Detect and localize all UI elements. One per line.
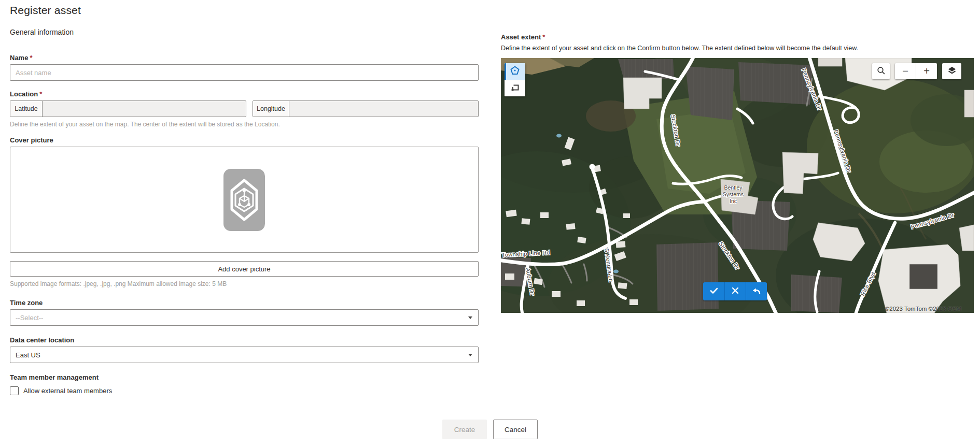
create-button[interactable]: Create: [442, 420, 487, 439]
allow-external-checkbox[interactable]: [10, 386, 19, 395]
longitude-input[interactable]: [289, 101, 478, 117]
asset-name-input[interactable]: [10, 64, 479, 81]
name-label: Name*: [10, 54, 479, 62]
map-zoom-control: − +: [895, 63, 937, 79]
section-title: General information: [10, 28, 479, 36]
page-title: Register asset: [10, 4, 81, 17]
time-zone-select[interactable]: --Select--: [10, 309, 479, 326]
register-asset-page: Register asset General information Name*…: [0, 0, 980, 447]
layers-icon: [947, 65, 957, 78]
draw-polygon-button[interactable]: [505, 63, 525, 80]
asset-extent-section: Asset extent* Define the extent of your …: [501, 33, 974, 313]
search-icon: [876, 66, 886, 77]
rectangle-draw-icon: [510, 82, 520, 95]
cover-placeholder-icon: [223, 169, 265, 231]
allow-external-label: Allow external team members: [23, 387, 112, 395]
location-label: Location*: [10, 90, 479, 98]
data-center-label: Data center location: [10, 336, 479, 344]
cancel-extent-button[interactable]: [724, 282, 746, 300]
zoom-in-icon: +: [923, 65, 930, 77]
cover-picture-dropzone[interactable]: [10, 147, 479, 253]
map-layers-button[interactable]: [942, 63, 961, 79]
location-helper-text: Define the extent of your asset on the m…: [10, 121, 479, 128]
draw-toolbar: [505, 63, 525, 96]
satellite-map: Stockton Dr Stockton Dr Pennsylvania Dr …: [501, 58, 974, 313]
required-marker: *: [542, 33, 545, 41]
confirm-extent-button[interactable]: [703, 282, 724, 300]
check-icon: [709, 285, 719, 298]
x-icon: [730, 285, 740, 298]
team-management-label: Team member management: [10, 373, 479, 381]
location-row: Latitude Longitude: [10, 100, 479, 117]
cover-picture-label: Cover picture: [10, 136, 479, 144]
data-center-select[interactable]: East US: [10, 347, 479, 363]
zoom-out-button[interactable]: −: [895, 63, 916, 79]
longitude-group: Longitude: [253, 100, 479, 117]
poi-label: Bentley: [724, 184, 743, 191]
zoom-in-button[interactable]: +: [916, 63, 937, 79]
cancel-button[interactable]: Cancel: [493, 420, 538, 439]
asset-extent-label: Asset extent*: [501, 33, 974, 41]
allow-external-row: Allow external team members: [10, 386, 479, 395]
polygon-draw-icon: [510, 65, 520, 78]
undo-icon: [751, 285, 762, 298]
required-marker: *: [39, 90, 42, 98]
zoom-out-icon: −: [902, 65, 908, 77]
asset-extent-map[interactable]: Stockton Dr Stockton Dr Pennsylvania Dr …: [501, 58, 974, 313]
latitude-group: Latitude: [10, 100, 246, 117]
map-search-button[interactable]: [872, 63, 890, 79]
poi-label: Inc: [730, 198, 737, 204]
undo-extent-button[interactable]: [746, 282, 767, 300]
latitude-prefix-label: Latitude: [10, 101, 43, 117]
chevron-down-icon: [468, 354, 472, 356]
time-zone-placeholder: --Select--: [16, 314, 43, 322]
map-attribution: ©2023 TomTom ©2023 OSM: [885, 306, 961, 312]
form-actions: Create Cancel: [0, 420, 980, 439]
general-information-section: General information Name* Location* Lati…: [10, 28, 479, 395]
time-zone-label: Time zone: [10, 299, 479, 307]
latitude-input[interactable]: [43, 101, 246, 117]
poi-label: Systems: [723, 191, 744, 197]
chevron-down-icon: [468, 316, 472, 319]
data-center-value: East US: [16, 351, 40, 359]
asset-extent-description: Define the extent of your asset and clic…: [501, 45, 974, 52]
longitude-prefix-label: Longitude: [253, 101, 289, 117]
add-cover-picture-button[interactable]: Add cover picture: [10, 261, 479, 277]
required-marker: *: [30, 54, 32, 62]
extent-confirm-toolbar: [703, 282, 767, 300]
cover-helper-text: Supported image formats: .jpeg, .jpg, .p…: [10, 280, 479, 287]
draw-rectangle-button[interactable]: [505, 80, 525, 96]
